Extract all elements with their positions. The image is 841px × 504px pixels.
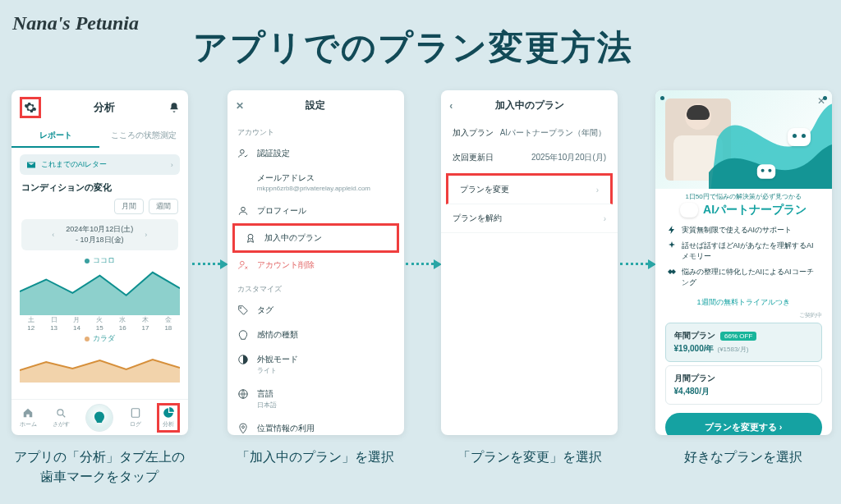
chevron-left-icon[interactable]: ‹ [449,100,453,112]
range-week[interactable]: 週間 [149,199,178,214]
feature-1: 実質無制限で使えるAIのサポート [655,222,832,238]
row-auth[interactable]: 認証設定 [227,141,404,166]
row-emotions[interactable]: 感情の種類 [227,323,404,347]
row-profile[interactable]: プロフィール [227,199,404,223]
emotion-icon [237,329,249,341]
tab-analytics[interactable]: 分析 [157,403,180,433]
sparkle-icon [667,241,677,250]
kv-renew: 次回更新日2025年10月20日(月) [441,145,618,170]
feature-3: 悩みの整理に特化したAIによるAIコーチング [655,264,832,291]
group-customize: カスタマイズ [237,284,394,295]
bot-icon [680,203,698,218]
tag-icon [237,305,249,316]
trial-note: 1週間の無料トライアルつき [655,297,832,308]
handshake-icon [667,267,677,277]
brand-logo: Nana's Petunia [12,12,139,34]
plan-tagline: 1日50円で悩みの解決策が必ず見つかる [655,192,832,201]
ai-letter-row[interactable]: これまでのAIレター › [20,154,180,175]
mail-icon [26,160,36,170]
tab-ai-center[interactable] [85,404,113,432]
screenshot-step2: ✕ 設定 アカウント 認証設定 メールアドレス mkppn6zrb8@priva… [227,90,404,435]
page-title: アプリでのプラン変更方法 [193,25,633,71]
row-location[interactable]: 位置情報の利用 [227,416,404,435]
bolt-icon [667,225,677,235]
chevron-right-icon: › [779,422,783,432]
bell-icon[interactable] [168,102,180,113]
chart-body [20,346,180,383]
caption-step1: アプリの「分析」タブ左上の歯車マークをタップ [9,447,190,487]
screen3-title: 加入中のプラン [495,99,564,112]
row-email[interactable]: メールアドレス mkppn6zrb8@privaterelay.appleid.… [227,166,404,199]
user-icon [237,205,249,217]
bottom-tabbar: ホーム さがす ログ 分析 [11,399,188,435]
row-language[interactable]: 言語日本語 [227,382,404,416]
gear-icon[interactable] [20,97,41,118]
chevron-right-icon[interactable]: › [145,231,147,239]
feature-2: 話せば話すほどAIがあなたを理解するAIメモリー [655,238,832,264]
pin-icon [237,423,249,434]
user-check-icon [237,148,249,159]
chevron-right-icon: › [604,214,606,223]
kv-plan: 加入プランAIパートナープラン（年間） [441,121,618,145]
row-delete-account[interactable]: アカウント削除 [227,253,404,277]
svg-rect-1 [131,408,139,417]
close-icon[interactable]: ✕ [236,100,244,112]
contrast-icon [237,354,249,365]
condition-heading: コンディションの変化 [21,181,178,194]
tab-reports[interactable]: レポート [11,125,100,148]
tab-explore[interactable]: さがす [53,407,70,428]
svg-point-3 [241,207,245,211]
range-month[interactable]: 月間 [114,199,144,214]
svg-point-5 [240,261,244,265]
plan-yearly[interactable]: 年間プラン 66% OFF ¥19,000/年(¥1583/月) [665,323,822,362]
caption-step4: 好きなプランを選択 [684,447,802,467]
legend-body: カラダ [93,333,115,344]
chevron-right-icon: › [596,186,599,195]
chevron-right-icon: › [171,161,173,169]
badge-icon [245,232,256,244]
screen1-title: 分析 [94,100,115,115]
change-plan-button[interactable]: プランを変更する › [665,413,822,435]
tab-home[interactable]: ホーム [20,407,37,428]
plan-hero: ✕ [655,90,832,189]
screenshot-step4: ✕ 1日50円で悩みの解決策が必ず見つかる AIパートナープラン 実質無制限で使… [655,90,832,435]
svg-point-9 [241,426,244,428]
plan-monthly[interactable]: 月間プラン ¥4,480/月 [665,365,822,405]
screen2-title: 設定 [306,99,325,112]
row-current-plan[interactable]: 加入中のプラン [232,223,399,253]
date-range-selector[interactable]: ‹ 2024年10月12日(土) - 10月18日(金) › [21,219,178,250]
chart-axis: 土12 日13 月14 火15 水16 木17 金18 [20,315,180,332]
tab-log[interactable]: ログ [130,407,141,428]
plan-title: AIパートナープラン [655,203,832,218]
caption-step2: 「加入中のプラン」を選択 [237,447,394,467]
contract-status: ご契約中 [655,311,832,319]
screenshot-step3: ‹ 加入中のプラン 加入プランAIパートナープラン（年間） 次回更新日2025年… [441,90,618,435]
user-x-icon [237,259,249,271]
arrow-icon [406,263,439,265]
caption-step3: 「プランを変更」を選択 [457,447,602,467]
svg-point-4 [248,234,253,239]
discount-badge: 66% OFF [720,332,756,341]
tab-state[interactable]: こころの状態測定 [99,125,188,148]
chevron-left-icon[interactable]: ‹ [52,231,54,239]
bot-icon [788,128,811,146]
arrow-icon [620,263,653,265]
row-tags[interactable]: タグ [227,298,404,323]
globe-icon [237,388,249,400]
bot-icon [756,164,774,179]
svg-point-6 [240,307,241,309]
arrow-icon [192,263,225,265]
legend-mind: ココロ [93,255,115,266]
svg-point-0 [57,409,63,415]
chart-mind [20,268,180,315]
row-cancel-plan[interactable]: プランを解約› [441,204,618,233]
row-appearance[interactable]: 外観モードライト [227,347,404,382]
svg-point-2 [240,149,244,153]
row-change-plan[interactable]: プランを変更› [446,173,613,204]
group-account: アカウント [237,127,394,138]
screenshot-step1: 分析 レポート こころの状態測定 これまでのAIレター › コンディションの変化… [11,90,188,435]
